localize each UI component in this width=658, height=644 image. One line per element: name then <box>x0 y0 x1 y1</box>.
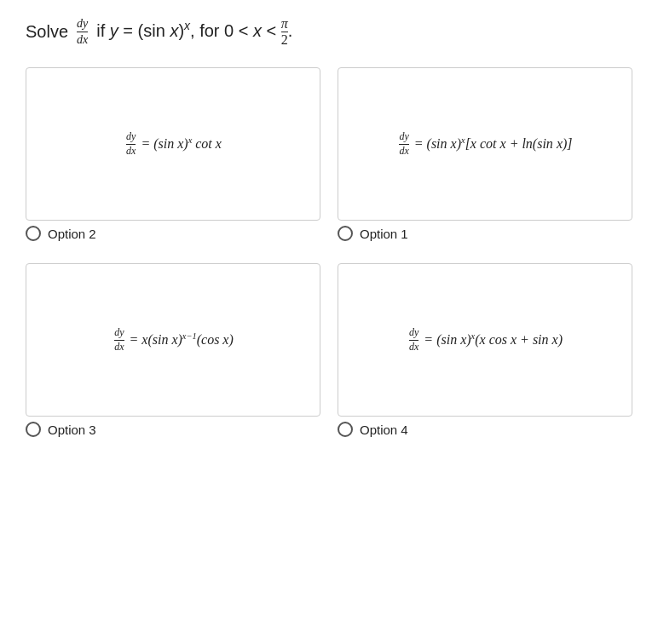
option4-container: dy dx = (sin x)x(x cos x + sin x) Option… <box>338 263 632 446</box>
option3-radio[interactable] <box>26 422 41 437</box>
option2-label-row[interactable]: Option 2 <box>26 226 320 241</box>
option2-radio[interactable] <box>26 226 41 241</box>
option3-container: dy dx = x(sin x)x−1(cos x) Option 3 <box>26 263 320 446</box>
option2-formula: dy dx = (sin x)x cot x <box>124 131 222 156</box>
option3-formula: dy dx = x(sin x)x−1(cos x) <box>113 327 234 352</box>
option3-card: dy dx = x(sin x)x−1(cos x) <box>26 263 320 417</box>
option1-radio[interactable] <box>338 226 353 241</box>
option1-container: dy dx = (sin x)x[x cot x + ln(sin x)] Op… <box>338 67 632 250</box>
option3-label-row[interactable]: Option 3 <box>26 422 320 437</box>
option4-formula: dy dx = (sin x)x(x cos x + sin x) <box>407 327 563 352</box>
dy-dx-fraction: dy dx <box>77 17 88 47</box>
problem-body: if y = (sin x)x, for 0 < x < π 2 . <box>96 17 292 47</box>
problem-prefix: Solve <box>26 22 68 42</box>
option4-label: Option 4 <box>360 423 408 437</box>
problem-statement: Solve dy dx if y = (sin x)x, for 0 < x <… <box>26 17 632 47</box>
option1-formula: dy dx = (sin x)x[x cot x + ln(sin x)] <box>397 131 572 156</box>
option2-label: Option 2 <box>48 227 96 241</box>
options-grid: dy dx = (sin x)x cot x Option 2 dy dx = … <box>26 67 632 446</box>
option2-card: dy dx = (sin x)x cot x <box>26 67 320 221</box>
option1-label: Option 1 <box>360 227 408 241</box>
option3-label: Option 3 <box>48 423 96 437</box>
option4-label-row[interactable]: Option 4 <box>338 422 632 437</box>
option2-container: dy dx = (sin x)x cot x Option 2 <box>26 67 320 250</box>
option4-card: dy dx = (sin x)x(x cos x + sin x) <box>338 263 632 417</box>
option1-fraction: dy dx <box>399 131 408 156</box>
option1-label-row[interactable]: Option 1 <box>338 226 632 241</box>
option4-fraction: dy dx <box>409 327 418 352</box>
option2-fraction: dy dx <box>126 131 136 156</box>
option3-fraction: dy dx <box>114 327 124 352</box>
option1-card: dy dx = (sin x)x[x cot x + ln(sin x)] <box>338 67 632 221</box>
option4-radio[interactable] <box>338 422 353 437</box>
